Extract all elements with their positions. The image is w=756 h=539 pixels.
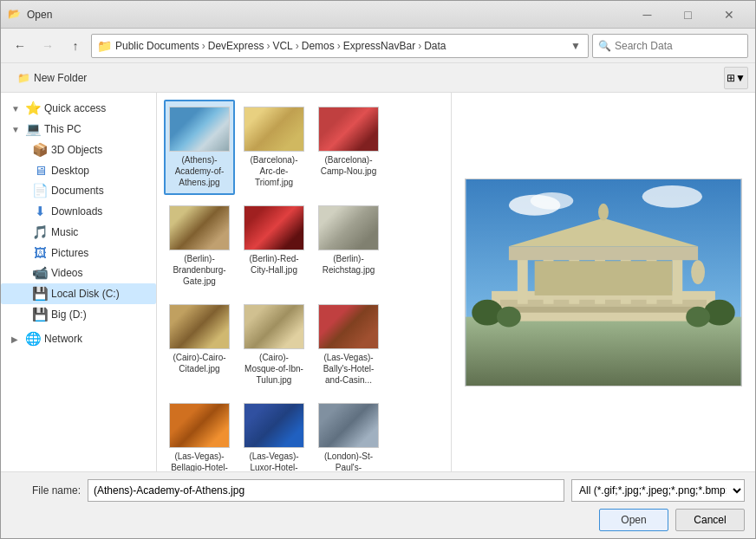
file-name: (Cairo)-Mosque-of-Ibn-Tulun.jpg: [244, 352, 304, 386]
file-item[interactable]: (Barcelona)-Camp-Nou.jpg: [313, 100, 384, 195]
file-name: (London)-St-Paul's-Cathedral.jpg: [318, 451, 379, 471]
sidebar: ▼ ⭐ Quick access ▼ 💻 This PC 📦 3D Object…: [1, 93, 157, 471]
file-name: (Athens)-Academy-of-Athens.jpg: [169, 154, 230, 188]
svg-rect-11: [672, 257, 682, 304]
svg-rect-1: [466, 316, 740, 385]
search-input[interactable]: [615, 40, 745, 52]
svg-point-21: [497, 306, 521, 327]
spacer: [388, 198, 452, 294]
action-toolbar: 📁 New Folder ⊞▼: [1, 63, 755, 93]
addr-part-2: DevExpress: [208, 40, 264, 52]
filetype-select[interactable]: All (*.gif;*.jpg;*.jpeg;*.png;*.bmp;*: [571, 479, 745, 502]
svg-rect-18: [695, 270, 701, 283]
documents-icon: 📄: [32, 183, 48, 198]
downloads-label: Downloads: [51, 205, 102, 218]
addr-part-3: VCL: [272, 40, 292, 52]
sidebar-item-videos[interactable]: 📹 Videos: [1, 263, 156, 283]
file-thumbnail: [169, 205, 230, 250]
open-button[interactable]: Open: [599, 509, 668, 531]
maximize-button[interactable]: □: [668, 5, 707, 24]
file-item[interactable]: (Las-Vegas)-Luxor-Hotel-and-Casin...: [238, 396, 310, 471]
file-item[interactable]: (Berlin)-Brandenburg-Gate.jpg: [164, 198, 235, 294]
file-thumbnail: [244, 107, 304, 152]
local-disk-c-icon: 💾: [32, 286, 48, 302]
search-box[interactable]: 🔍: [592, 34, 748, 58]
sidebar-quick-access-label: Quick access: [44, 102, 106, 114]
quick-access-icon: ⭐: [25, 101, 41, 116]
button-row: Open Cancel: [11, 509, 745, 531]
chevron-down-icon: ▼: [11, 125, 22, 134]
forward-button[interactable]: →: [36, 34, 60, 58]
up-button[interactable]: ↑: [63, 34, 88, 58]
desktop-icon: 🖥: [32, 163, 48, 178]
file-item[interactable]: (Las-Vegas)-Bellagio-Hotel-and-Cas...: [164, 396, 235, 471]
file-name: (Las-Vegas)-Luxor-Hotel-and-Casin...: [244, 451, 304, 471]
chevron-right-icon: ▶: [11, 334, 22, 344]
file-item[interactable]: (Berlin)-Red-City-Hall.jpg: [238, 198, 310, 294]
file-thumbnail: [244, 205, 304, 250]
computer-icon: 💻: [25, 121, 41, 137]
filename-label: File name:: [11, 484, 81, 497]
spacer: [388, 100, 452, 195]
file-thumbnail: [169, 107, 230, 152]
file-item[interactable]: (Athens)-Academy-of-Athens.jpg: [164, 100, 235, 195]
file-name: (Berlin)-Brandenburg-Gate.jpg: [169, 253, 230, 287]
addr-part-5: ExpressNavBar: [343, 40, 415, 52]
sidebar-item-music[interactable]: 🎵 Music: [1, 222, 156, 243]
dialog-title: Open: [27, 9, 628, 21]
file-name: (Berlin)-Reichstag.jpg: [318, 253, 379, 276]
sidebar-item-documents[interactable]: 📄 Documents: [1, 180, 156, 201]
file-thumbnail: [244, 304, 304, 349]
address-bar[interactable]: 📁 Public Documents › DevExpress › VCL › …: [91, 34, 589, 58]
content-area: (Athens)-Academy-of-Athens.jpg (Barcelon…: [157, 93, 755, 471]
dialog-icon: 📂: [8, 8, 22, 22]
file-item[interactable]: (London)-St-Paul's-Cathedral.jpg: [313, 396, 384, 471]
sidebar-item-pictures[interactable]: 🖼 Pictures: [1, 243, 156, 263]
search-icon: 🔍: [598, 40, 611, 52]
file-name: (Berlin)-Red-City-Hall.jpg: [244, 253, 304, 276]
svg-rect-5: [518, 257, 528, 304]
sidebar-item-network[interactable]: ▶ 🌐 Network: [1, 328, 156, 349]
big-d-icon: 💾: [32, 307, 48, 322]
file-thumbnail: [318, 304, 379, 349]
network-label: Network: [44, 333, 82, 345]
filename-input[interactable]: [88, 479, 564, 502]
file-item[interactable]: (Berlin)-Reichstag.jpg: [313, 198, 384, 294]
videos-icon: 📹: [32, 265, 48, 281]
pictures-icon: 🖼: [32, 245, 48, 260]
file-item[interactable]: (Cairo)-Cairo-Citadel.jpg: [164, 297, 235, 393]
new-folder-icon: 📁: [17, 72, 30, 84]
main-area: ▼ ⭐ Quick access ▼ 💻 This PC 📦 3D Object…: [1, 93, 755, 471]
sidebar-item-downloads[interactable]: ⬇ Downloads: [1, 201, 156, 222]
new-folder-button[interactable]: 📁 New Folder: [8, 67, 96, 89]
view-toggle-button[interactable]: ⊞▼: [724, 67, 748, 89]
svg-rect-12: [509, 246, 698, 260]
file-name: (Las-Vegas)-Bally's-Hotel-and-Casin...: [318, 352, 379, 386]
file-item[interactable]: (Barcelona)-Arc-de-Triomf.jpg: [238, 100, 310, 195]
svg-rect-16: [601, 209, 606, 219]
close-button[interactable]: ✕: [709, 5, 748, 24]
bottom-bar: File name: All (*.gif;*.jpg;*.jpeg;*.png…: [1, 471, 755, 538]
address-dropdown-icon[interactable]: ▼: [569, 40, 583, 52]
sidebar-item-big-d[interactable]: 💾 Big (D:): [1, 304, 156, 325]
cancel-button[interactable]: Cancel: [675, 509, 745, 531]
svg-point-24: [531, 192, 574, 209]
file-thumbnail: [244, 403, 304, 448]
minimize-button[interactable]: ─: [628, 5, 667, 24]
sidebar-item-local-disk-c[interactable]: 💾 Local Disk (C:): [1, 283, 156, 304]
sidebar-item-desktop[interactable]: 🖥 Desktop: [1, 160, 156, 180]
sidebar-item-3d-objects[interactable]: 📦 3D Objects: [1, 140, 156, 160]
3d-objects-icon: 📦: [32, 142, 48, 158]
svg-point-22: [686, 306, 710, 327]
address-icon: 📁: [97, 39, 112, 53]
nav-toolbar: ← → ↑ 📁 Public Documents › DevExpress › …: [1, 29, 755, 63]
sidebar-item-quick-access[interactable]: ▼ ⭐ Quick access: [1, 98, 156, 119]
back-button[interactable]: ←: [8, 34, 32, 58]
file-item[interactable]: (Las-Vegas)-Bally's-Hotel-and-Casin...: [313, 297, 384, 393]
sidebar-this-pc-label: This PC: [44, 123, 81, 135]
sidebar-item-this-pc[interactable]: ▼ 💻 This PC: [1, 119, 156, 140]
addr-part-1: Public Documents: [115, 40, 199, 52]
chevron-down-icon: ▼: [11, 104, 22, 114]
file-grid: (Athens)-Academy-of-Athens.jpg (Barcelon…: [157, 93, 452, 471]
file-item[interactable]: (Cairo)-Mosque-of-Ibn-Tulun.jpg: [238, 297, 310, 393]
